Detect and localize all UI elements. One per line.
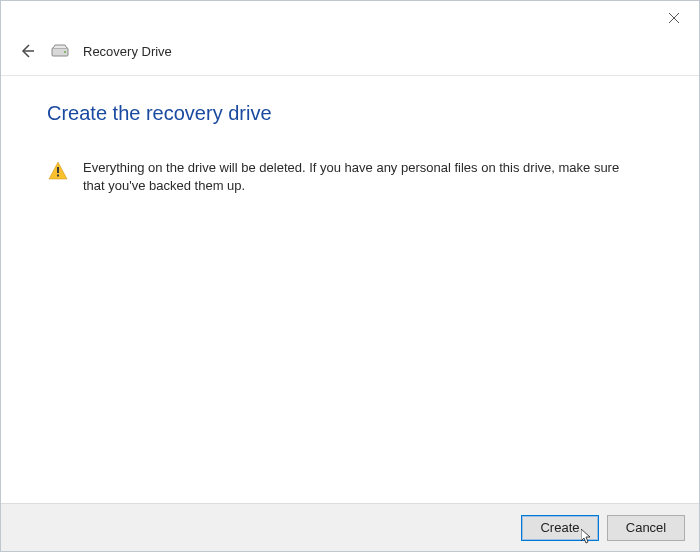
window-title: Recovery Drive — [83, 44, 172, 59]
svg-rect-6 — [57, 175, 59, 177]
cancel-button[interactable]: Cancel — [607, 515, 685, 541]
close-button[interactable] — [661, 5, 687, 31]
drive-icon — [51, 44, 69, 58]
header-row: Recovery Drive — [1, 35, 699, 76]
warning-text: Everything on the drive will be deleted.… — [83, 159, 623, 194]
warning-icon — [47, 160, 69, 182]
page-heading: Create the recovery drive — [47, 102, 653, 125]
back-button[interactable] — [17, 41, 37, 61]
titlebar — [1, 1, 699, 35]
back-arrow-icon — [19, 43, 35, 59]
content-area: Create the recovery drive Everything on … — [1, 76, 699, 503]
recovery-drive-window: Recovery Drive Create the recovery drive… — [0, 0, 700, 552]
create-button[interactable]: Create — [521, 515, 599, 541]
close-icon — [668, 12, 680, 24]
svg-point-4 — [64, 51, 66, 53]
svg-rect-5 — [57, 167, 59, 173]
warning-section: Everything on the drive will be deleted.… — [47, 159, 653, 194]
footer: Create Cancel — [1, 503, 699, 551]
